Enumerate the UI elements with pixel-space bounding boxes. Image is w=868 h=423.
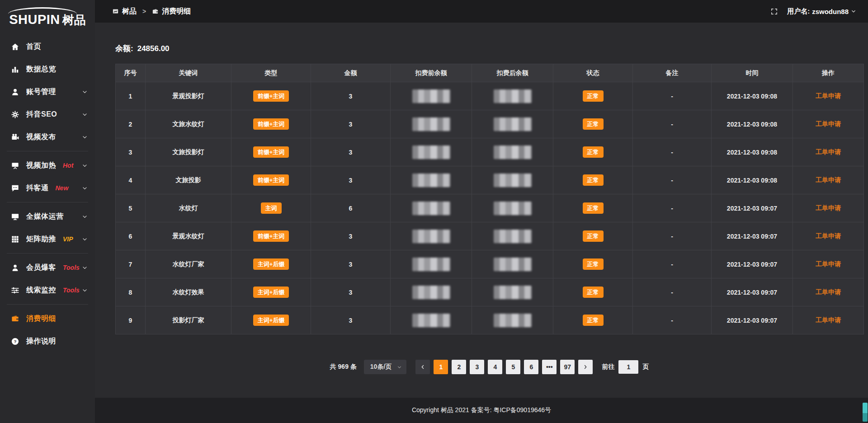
sidebar-item-抖客通[interactable]: 抖客通New [0, 177, 95, 199]
cell-action: 工单申请 [793, 222, 864, 250]
work-order-link[interactable]: 工单申请 [816, 232, 841, 240]
sidebar-item-会员爆客[interactable]: 会员爆客Tools [0, 256, 95, 279]
redacted-value [494, 286, 532, 299]
cell-balance-before [391, 166, 472, 194]
cell-amount: 6 [311, 194, 391, 222]
work-order-link[interactable]: 工单申请 [816, 288, 841, 296]
redacted-value [494, 89, 532, 103]
page-button-2[interactable]: 2 [452, 360, 466, 374]
page-button-1[interactable]: 1 [434, 360, 448, 374]
logo-text-en: SHUPIN [9, 12, 60, 27]
sidebar-item-视频发布[interactable]: 视频发布 [0, 126, 95, 148]
cell-balance-after [472, 306, 553, 334]
sidebar-item-全媒体运营[interactable]: 全媒体运营 [0, 205, 95, 228]
work-order-link[interactable]: 工单申请 [816, 204, 841, 212]
cell-keyword: 水纹灯厂家 [146, 250, 231, 278]
balance-value: 24856.00 [137, 44, 170, 53]
redacted-value [494, 202, 532, 215]
breadcrumb-item-current[interactable]: 消费明细 [152, 7, 191, 16]
chevron-down-icon [82, 112, 88, 118]
cell-amount: 3 [311, 138, 391, 166]
work-order-link[interactable]: 工单申请 [816, 176, 841, 183]
next-page-button[interactable] [578, 360, 593, 374]
work-order-link[interactable]: 工单申请 [816, 260, 841, 268]
column-header: 类型 [231, 64, 311, 82]
cell-keyword: 景观投影灯 [146, 82, 231, 110]
redacted-value [412, 118, 450, 131]
breadcrumb-item-home[interactable]: 树品 [112, 7, 137, 16]
cell-time: 2021-12-03 09:08 [712, 82, 793, 110]
sidebar: SHUPIN 树品 首页数据总览账号管理抖音SEO视频发布视频加热Hot抖客通N… [0, 0, 95, 423]
cell-index: 7 [116, 250, 146, 278]
cell-balance-before [391, 138, 472, 166]
type-badge: 主词+后缀 [253, 315, 289, 326]
work-order-link[interactable]: 工单申请 [816, 92, 841, 99]
cell-status: 正常 [553, 278, 633, 306]
cell-time: 2021-12-03 09:07 [712, 222, 793, 250]
sidebar-item-账号管理[interactable]: 账号管理 [0, 80, 95, 103]
sidebar-item-抖音SEO[interactable]: 抖音SEO [0, 103, 95, 126]
cell-action: 工单申请 [793, 194, 864, 222]
fullscreen-icon[interactable] [770, 8, 778, 15]
page-button-5[interactable]: 5 [506, 360, 520, 374]
balance-label: 余额: [115, 44, 133, 53]
work-order-link[interactable]: 工单申请 [816, 120, 841, 127]
scrollbar-thumb[interactable] [863, 403, 868, 422]
sidebar-item-label: 抖客通 [26, 183, 49, 193]
page-size-value: 10条/页 [370, 363, 392, 371]
cell-balance-after [472, 194, 553, 222]
cell-amount: 3 [311, 250, 391, 278]
sidebar-item-操作说明[interactable]: ?操作说明 [0, 330, 95, 352]
status-badge: 正常 [583, 258, 604, 270]
more-pages-button[interactable]: ••• [542, 360, 557, 374]
page-size-select[interactable]: 10条/页 [364, 360, 406, 374]
svg-text:?: ? [14, 338, 16, 343]
cell-action: 工单申请 [793, 110, 864, 138]
sidebar-item-label: 全媒体运营 [26, 212, 64, 221]
cell-action: 工单申请 [793, 278, 864, 306]
goto-page-input[interactable] [618, 360, 638, 374]
chevron-down-icon [82, 89, 88, 95]
cell-balance-after [472, 82, 553, 110]
page-button-4[interactable]: 4 [488, 360, 502, 374]
redacted-value [412, 230, 450, 243]
sidebar-item-矩阵助推[interactable]: 矩阵助推VIP [0, 228, 95, 250]
user-menu[interactable]: 用户名: zswodun88 [787, 7, 856, 16]
cell-time: 2021-12-03 09:07 [712, 278, 793, 306]
cell-remark: - [633, 166, 712, 194]
redacted-value [412, 258, 450, 271]
cell-index: 8 [116, 278, 146, 306]
cell-keyword: 投影灯厂家 [146, 306, 231, 334]
cell-balance-after [472, 250, 553, 278]
work-order-link[interactable]: 工单申请 [816, 148, 841, 155]
status-badge: 正常 [583, 146, 604, 158]
page-button-3[interactable]: 3 [470, 360, 484, 374]
cell-balance-before [391, 306, 472, 334]
sidebar-item-消费明细[interactable]: 消费明细 [0, 307, 95, 330]
cell-action: 工单申请 [793, 82, 864, 110]
page-button-97[interactable]: 97 [560, 360, 575, 374]
column-header: 扣费前余额 [391, 64, 472, 82]
sidebar-item-首页[interactable]: 首页 [0, 35, 95, 58]
sidebar-item-数据总览[interactable]: 数据总览 [0, 58, 95, 80]
sidebar-item-视频加热[interactable]: 视频加热Hot [0, 154, 95, 177]
type-badge: 主词 [261, 202, 282, 214]
consumption-table: 序号关键词类型金额扣费前余额扣费后余额状态备注时间操作 1 景观投影灯 前缀+主… [115, 64, 864, 334]
cell-type: 主词+后缀 [231, 250, 311, 278]
status-badge: 正常 [583, 230, 604, 242]
prev-page-button[interactable] [415, 360, 430, 374]
redacted-value [412, 146, 450, 159]
type-badge: 前缀+主词 [253, 90, 289, 102]
cell-type: 主词 [231, 194, 311, 222]
cell-action: 工单申请 [793, 166, 864, 194]
cell-amount: 3 [311, 278, 391, 306]
cell-time: 2021-12-03 09:08 [712, 166, 793, 194]
chevron-down-icon [851, 9, 856, 14]
sidebar-item-线索监控[interactable]: 线索监控Tools [0, 279, 95, 301]
pagination: 共 969 条 10条/页 123456•••97 前往 页 [115, 360, 863, 374]
column-header: 金额 [311, 64, 391, 82]
page-button-6[interactable]: 6 [524, 360, 538, 374]
wallet-icon [152, 8, 159, 15]
pagination-goto: 前往 页 [602, 360, 649, 374]
work-order-link[interactable]: 工单申请 [816, 316, 841, 324]
